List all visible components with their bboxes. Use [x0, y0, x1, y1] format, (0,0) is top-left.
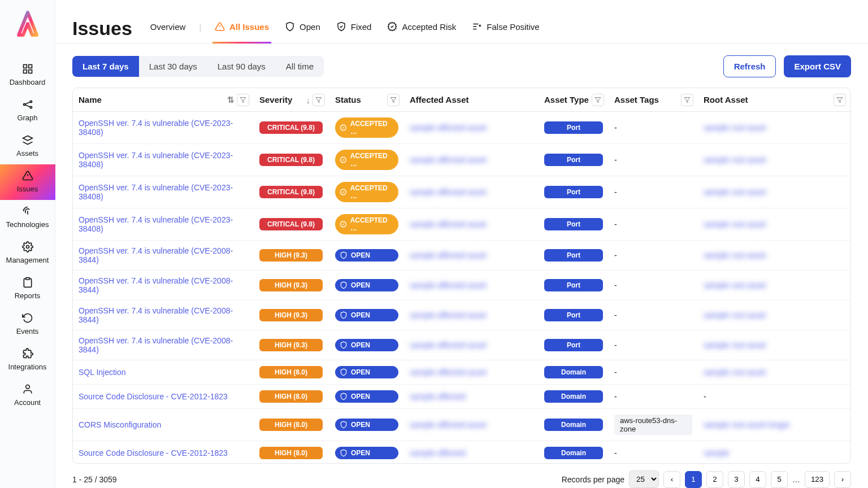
issue-link[interactable]: OpenSSH ver. 7.4 is vulnerable (CVE-2023…	[79, 183, 233, 201]
sort-desc-icon[interactable]: ↓	[306, 95, 311, 104]
grid-icon	[22, 63, 33, 75]
fingerprint-icon	[22, 206, 33, 217]
svg-line-8	[25, 105, 29, 107]
asset-tags-cell: aws-route53-dns-zone	[609, 409, 698, 441]
rpp-select[interactable]: 25	[629, 470, 659, 488]
table-row[interactable]: OpenSSH ver. 7.4 is vulnerable (CVE-2023…	[73, 144, 850, 176]
issue-link[interactable]: CORS Misconfiguration	[79, 420, 161, 429]
table-row[interactable]: OpenSSH ver. 7.4 is vulnerable (CVE-2023…	[73, 208, 850, 241]
filter-icon[interactable]	[592, 94, 604, 106]
filter-x-icon	[472, 21, 482, 32]
page-next[interactable]: ›	[834, 471, 851, 488]
user-icon	[22, 384, 33, 395]
col-affected-asset[interactable]: Affected Asset	[404, 88, 539, 112]
issue-link[interactable]: Source Code Disclosure - CVE-2012-1823	[79, 448, 228, 457]
filter-icon[interactable]	[834, 94, 846, 106]
nav-graph[interactable]: Graph	[0, 93, 55, 129]
nav-account[interactable]: Account	[0, 378, 55, 413]
time-filter-30d[interactable]: Last 30 days	[139, 56, 207, 77]
nav-reports[interactable]: Reports	[0, 271, 55, 307]
root-asset-blurred: sample root asset longer	[704, 420, 790, 429]
table-row[interactable]: SQL Injection HIGH (8.0) OPEN sample aff…	[73, 360, 850, 385]
export-csv-button[interactable]: Export CSV	[784, 55, 851, 77]
nav-dashboard[interactable]: Dashboard	[0, 58, 55, 93]
tab-false-positive[interactable]: False Positive	[470, 14, 541, 43]
col-severity[interactable]: Severity↓	[254, 88, 329, 112]
status-badge: ACCEPTED …	[335, 182, 398, 202]
root-asset-blurred: sample root asset	[704, 368, 766, 377]
filter-icon[interactable]	[387, 94, 400, 106]
time-filter: Last 7 days Last 30 days Last 90 days Al…	[72, 56, 324, 77]
asset-type-badge: Domain	[544, 390, 603, 403]
nav-technologies[interactable]: Technologies	[0, 200, 55, 236]
issue-link[interactable]: OpenSSH ver. 7.4 is vulnerable (CVE-2008…	[79, 246, 233, 264]
tab-fixed[interactable]: Fixed	[334, 14, 374, 43]
filter-icon[interactable]	[237, 94, 249, 106]
table-row[interactable]: OpenSSH ver. 7.4 is vulnerable (CVE-2023…	[73, 112, 850, 144]
issue-link[interactable]: OpenSSH ver. 7.4 is vulnerable (CVE-2008…	[79, 336, 233, 354]
issue-link[interactable]: OpenSSH ver. 7.4 is vulnerable (CVE-2023…	[79, 119, 233, 137]
page-1[interactable]: 1	[685, 471, 702, 488]
col-status[interactable]: Status	[329, 88, 404, 112]
page-2[interactable]: 2	[706, 471, 723, 488]
tab-overview[interactable]: Overview	[148, 14, 188, 43]
affected-asset-blurred: sample affected asset	[410, 420, 487, 429]
col-name[interactable]: Name⇅	[73, 88, 254, 112]
col-root-asset[interactable]: Root Asset	[698, 88, 850, 112]
table-row[interactable]: OpenSSH ver. 7.4 is vulnerable (CVE-2008…	[73, 330, 850, 360]
tab-label: All Issues	[229, 22, 269, 32]
page-4[interactable]: 4	[749, 471, 766, 488]
page-3[interactable]: 3	[728, 471, 745, 488]
issue-link[interactable]: Source Code Disclosure - CVE-2012-1823	[79, 392, 228, 401]
controls-bar: Last 7 days Last 30 days Last 90 days Al…	[55, 44, 868, 88]
time-filter-all[interactable]: All time	[276, 56, 324, 77]
page-last[interactable]: 123	[805, 471, 830, 488]
issue-link[interactable]: SQL Injection	[79, 368, 126, 377]
issue-link[interactable]: OpenSSH ver. 7.4 is vulnerable (CVE-2008…	[79, 306, 233, 324]
table-row[interactable]: OpenSSH ver. 7.4 is vulnerable (CVE-2008…	[73, 241, 850, 271]
tab-open[interactable]: Open	[283, 14, 323, 43]
page-5[interactable]: 5	[771, 471, 788, 488]
affected-asset-blurred: sample affected asset	[410, 311, 487, 320]
time-filter-7d[interactable]: Last 7 days	[72, 56, 139, 77]
issue-link[interactable]: OpenSSH ver. 7.4 is vulnerable (CVE-2008…	[79, 276, 233, 294]
svg-marker-24	[390, 97, 396, 102]
issue-link[interactable]: OpenSSH ver. 7.4 is vulnerable (CVE-2023…	[79, 215, 233, 233]
status-badge: OPEN	[335, 390, 398, 403]
nav-assets[interactable]: Assets	[0, 129, 55, 164]
issue-link[interactable]: OpenSSH ver. 7.4 is vulnerable (CVE-2023…	[79, 151, 233, 169]
refresh-button[interactable]: Refresh	[723, 55, 776, 77]
nav-management[interactable]: Management	[0, 236, 55, 271]
svg-rect-3	[28, 70, 32, 73]
nav-events[interactable]: Events	[0, 307, 55, 342]
table-row[interactable]: CORS Misconfiguration HIGH (8.0) OPEN sa…	[73, 409, 850, 441]
nav-integrations[interactable]: Integrations	[0, 342, 55, 378]
clipboard-icon	[22, 277, 33, 288]
table-row[interactable]: OpenSSH ver. 7.4 is vulnerable (CVE-2008…	[73, 271, 850, 300]
nav-issues[interactable]: Issues	[0, 164, 55, 200]
root-asset-blurred: sample root asset	[704, 188, 766, 197]
table-row[interactable]: Source Code Disclosure - CVE-2012-1823 H…	[73, 385, 850, 409]
col-asset-type[interactable]: Asset Type	[539, 88, 609, 112]
sidebar: Dashboard Graph Assets Issues Technologi…	[0, 0, 55, 488]
issues-table: Name⇅ Severity↓ Status Affected Asset As…	[72, 88, 851, 464]
col-label: Status	[335, 95, 361, 104]
sort-icon[interactable]: ⇅	[227, 95, 235, 105]
table-row[interactable]: OpenSSH ver. 7.4 is vulnerable (CVE-2023…	[73, 176, 850, 208]
table-row[interactable]: Source Code Disclosure - CVE-2012-1823 H…	[73, 441, 850, 464]
page-prev[interactable]: ‹	[663, 471, 680, 488]
tab-label: Overview	[150, 22, 186, 32]
tab-accepted-risk[interactable]: Accepted Risk	[385, 14, 458, 43]
root-asset-cell: sample root asset	[698, 208, 850, 241]
asset-tags-cell: -	[609, 330, 698, 360]
table-row[interactable]: OpenSSH ver. 7.4 is vulnerable (CVE-2008…	[73, 300, 850, 330]
severity-badge: HIGH (9.3)	[259, 249, 323, 262]
asset-type-badge: Port	[544, 249, 603, 262]
nav-label: Integrations	[8, 363, 47, 371]
main-content: Issues Overview | All Issues Open Fixed …	[55, 0, 868, 488]
filter-icon[interactable]	[313, 94, 325, 106]
col-asset-tags[interactable]: Asset Tags	[609, 88, 698, 112]
filter-icon[interactable]	[681, 94, 693, 106]
tab-all-issues[interactable]: All Issues	[212, 14, 271, 43]
time-filter-90d[interactable]: Last 90 days	[207, 56, 276, 77]
